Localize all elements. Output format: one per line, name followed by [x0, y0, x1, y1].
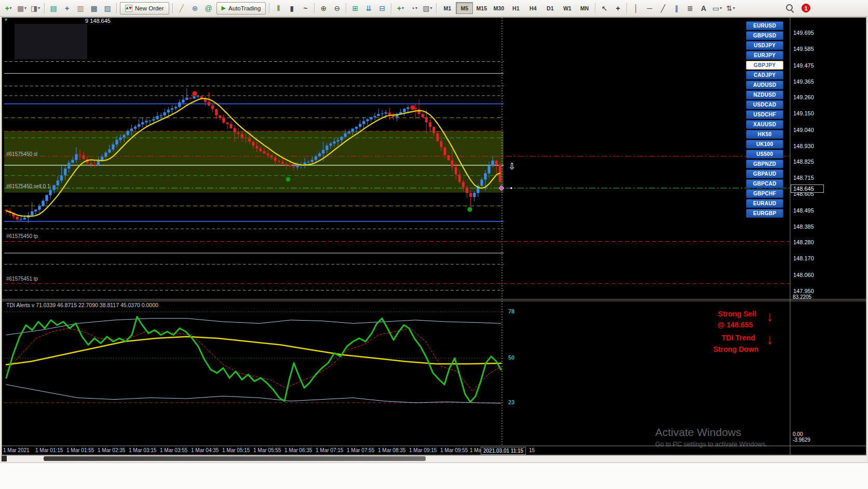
symbol-button-euraud[interactable]: EURAUD	[746, 199, 783, 208]
timeframe-m15-button[interactable]: M15	[473, 2, 490, 14]
timeframe-h1-button[interactable]: H1	[507, 2, 524, 14]
price-axis-label: 149.365	[793, 78, 814, 85]
dropdown-arrow-icon: ▾	[733, 6, 735, 10]
signal-strong-down-text: Strong Down	[713, 345, 758, 353]
symbol-button-hk50[interactable]: HK50	[746, 130, 783, 139]
symbol-button-usdjpy[interactable]: USDJPY	[746, 41, 783, 50]
sell-arrow-icon: ↓	[766, 309, 774, 325]
timeframe-m5-button[interactable]: M5	[456, 2, 473, 14]
data-window-button[interactable]: +	[61, 2, 73, 15]
text-label-button[interactable]: A	[697, 2, 710, 15]
toolbar-main: +▾▦▾◨▾▤+▥▩▨New Order╱⊛@▶AutoTrading‖▮~⊕⊖…	[0, 0, 868, 16]
symbol-button-nzdusd[interactable]: NZDUSD	[746, 90, 783, 99]
vertical-line-button[interactable]: │	[630, 2, 642, 15]
channel-button[interactable]: ∥	[670, 2, 683, 15]
zoom-out-button[interactable]: ⊖	[331, 2, 343, 15]
cursor-button[interactable]: ↖	[598, 2, 611, 15]
navigator-button[interactable]: ▥	[74, 2, 87, 15]
dropdown-arrow-icon: ▾	[720, 6, 722, 10]
symbol-button-us500[interactable]: US500	[746, 150, 783, 158]
toolbar-separator	[269, 3, 269, 14]
new-chart-button[interactable]: +▾	[2, 2, 15, 15]
tile-windows-button[interactable]: ⇊	[362, 2, 375, 15]
symbol-button-usdcad[interactable]: USDCAD	[746, 100, 783, 109]
search-icon[interactable]	[785, 3, 795, 13]
arrows-button[interactable]: ⇅▾	[724, 2, 737, 15]
time-axis-label: 1 Mar 01:15	[35, 447, 63, 453]
indicator-axis-label: 83.2205	[793, 294, 811, 300]
crosshair-button[interactable]: +	[612, 2, 624, 15]
timeframe-m1-button[interactable]: M1	[439, 2, 456, 14]
symbol-button-gbpjpy[interactable]: GBPJPY	[746, 61, 783, 70]
candlestick-chart-button[interactable]: ▮	[286, 2, 298, 15]
symbol-button-gbpaud[interactable]: GBPAUD	[746, 169, 783, 178]
activate-windows-subtext: Go to PC settings to activate Windows.	[655, 441, 767, 448]
dropdown-arrow-icon: ▾	[402, 6, 404, 10]
tdi-level-label: 78	[508, 308, 514, 314]
periods-button[interactable]: ◔▾	[408, 2, 420, 15]
new-order-button[interactable]: New Order	[120, 2, 169, 15]
profiles-button[interactable]: ▦▾	[16, 2, 28, 15]
shapes-button[interactable]: ▭▾	[711, 2, 723, 15]
tdi-level-label: 23	[508, 399, 514, 405]
toolbar-separator	[627, 3, 627, 14]
toolbar-separator	[346, 3, 346, 14]
timeframe-m30-button[interactable]: M30	[490, 2, 507, 14]
autotrading-button[interactable]: ▶AutoTrading	[216, 2, 266, 15]
trend-arrow-icon: ↓	[766, 332, 774, 348]
symbol-button-eurusd[interactable]: EURUSD	[746, 21, 783, 30]
templates-button[interactable]: ▧▾	[421, 2, 433, 15]
timeframe-mn-button[interactable]: MN	[576, 2, 593, 14]
price-axis-label: 148.930	[793, 143, 814, 149]
price-axis-label: 148.715	[793, 175, 814, 181]
time-axis-label: 1 Mar 02:35	[98, 447, 125, 453]
horizontal-line-button[interactable]: ─	[643, 2, 656, 15]
strategy-tester-button[interactable]: ▨	[101, 2, 114, 15]
symbol-button-gbpusd[interactable]: GBPUSD	[746, 31, 783, 40]
symbol-button-gbpnzd[interactable]: GBPNZD	[746, 160, 783, 168]
timeframe-h4-button[interactable]: H4	[524, 2, 541, 14]
time-axis-label: 1 Mar 2021	[3, 447, 30, 453]
order-label: #61575450 sell 0.1	[6, 183, 50, 189]
timeframe-w1-button[interactable]: W1	[559, 2, 576, 14]
symbol-button-eurjpy[interactable]: EURJPY	[746, 51, 783, 60]
price-axis-label: 148.825	[793, 158, 814, 165]
toolbar-separator	[172, 3, 173, 14]
time-axis-label: 1 Mar 03:55	[160, 447, 187, 453]
symbol-button-usdchf[interactable]: USDCHF	[746, 110, 783, 119]
time-axis-label: 1 Mar 03:15	[129, 447, 156, 453]
bar-chart-button[interactable]: ‖	[272, 2, 284, 15]
symbol-button-uk100[interactable]: UK100	[746, 140, 783, 149]
chart-list-button[interactable]: ◨▾	[29, 2, 42, 15]
chart-area[interactable]	[2, 17, 866, 455]
signal-tdi-trend-text: TDI Trend	[722, 334, 755, 342]
symbol-button-xauusd[interactable]: XAUUSD	[746, 120, 783, 129]
symbol-button-gbpcad[interactable]: GBPCAD	[746, 179, 783, 188]
market-watch-button[interactable]: ▤	[47, 2, 60, 15]
price-axis-label: 147.950	[793, 288, 814, 294]
line-chart-button[interactable]: ~	[299, 2, 311, 15]
timeframe-d1-button[interactable]: D1	[541, 2, 559, 14]
notifications-badge[interactable]: 1	[802, 4, 810, 12]
symbol-button-audusd[interactable]: AUDUSD	[746, 81, 783, 89]
symbol-button-cadjpy[interactable]: CADJPY	[746, 71, 783, 80]
time-axis-label: 1 Mar 01:55	[66, 447, 94, 453]
symbol-button-eurgbp[interactable]: EURGBP	[746, 209, 783, 218]
bottom-strip	[0, 462, 868, 489]
grid-button[interactable]: ⊞	[349, 2, 361, 15]
time-axis-label: 1 Mar 07:55	[347, 447, 374, 453]
mql5-community-button[interactable]: @	[202, 2, 215, 15]
price-axis-label: 149.585	[793, 46, 814, 52]
terminal-button[interactable]: ▩	[88, 2, 100, 15]
symbol-button-gbpchf[interactable]: GBPCHF	[746, 189, 783, 198]
fibonacci-button[interactable]: ≣	[684, 2, 696, 15]
expert-advisors-button[interactable]: ⊛	[189, 2, 201, 15]
trendline-button[interactable]: ╱	[657, 2, 669, 15]
indicators-button[interactable]: +▾	[394, 2, 406, 15]
horizontal-scrollbar-thumb[interactable]	[44, 456, 426, 461]
auto-arrange-button[interactable]: ⊟	[376, 2, 388, 15]
zoom-in-button[interactable]: ⊕	[317, 2, 330, 15]
price-axis-label: 149.040	[793, 127, 814, 133]
price-axis-label: 149.695	[793, 30, 814, 36]
metaeditor-button[interactable]: ╱	[175, 2, 188, 15]
